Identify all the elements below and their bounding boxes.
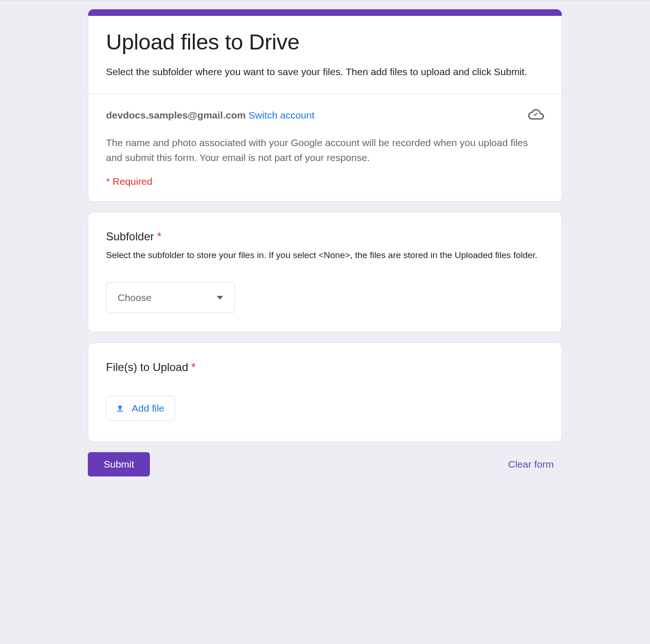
form-header-card: Upload files to Drive Select the subfold… <box>88 9 562 202</box>
add-file-button[interactable]: Add file <box>106 396 175 421</box>
account-info: devdocs.samples@gmail.com Switch account <box>106 108 315 122</box>
form-container: Upload files to Drive Select the subfold… <box>88 0 562 495</box>
required-note: * Required <box>106 176 544 187</box>
account-section: devdocs.samples@gmail.com Switch account… <box>88 94 562 201</box>
dropdown-placeholder: Choose <box>118 292 151 303</box>
upload-title-text: File(s) to Upload <box>106 361 188 373</box>
upload-question-title: File(s) to Upload * <box>106 360 544 374</box>
subfolder-title-text: Subfolder <box>106 230 154 243</box>
subfolder-question-card: Subfolder * Select the subfolder to stor… <box>88 212 562 332</box>
account-disclaimer: The name and photo associated with your … <box>106 135 544 166</box>
required-asterisk: * <box>157 230 161 243</box>
file-upload-question-card: File(s) to Upload * Add file <box>88 343 562 442</box>
submit-button[interactable]: Submit <box>88 452 150 476</box>
form-description: Select the subfolder where you want to s… <box>106 64 544 80</box>
subfolder-question-description: Select the subfolder to store your files… <box>106 248 544 262</box>
account-email: devdocs.samples@gmail.com <box>106 110 246 120</box>
clear-form-link[interactable]: Clear form <box>500 455 562 474</box>
required-asterisk: * <box>191 361 196 373</box>
add-file-label: Add file <box>132 403 164 414</box>
cloud-done-icon <box>528 106 544 124</box>
form-title: Upload files to Drive <box>106 29 544 55</box>
accent-bar <box>88 9 562 16</box>
subfolder-question-title: Subfolder * <box>106 229 544 244</box>
subfolder-dropdown[interactable]: Choose <box>106 282 235 313</box>
switch-account-link[interactable]: Switch account <box>248 110 314 120</box>
form-footer: Submit Clear form <box>88 452 562 476</box>
caret-down-icon <box>217 296 223 300</box>
header-body: Upload files to Drive Select the subfold… <box>88 16 562 94</box>
account-row: devdocs.samples@gmail.com Switch account <box>106 106 544 124</box>
upload-icon <box>115 403 125 413</box>
